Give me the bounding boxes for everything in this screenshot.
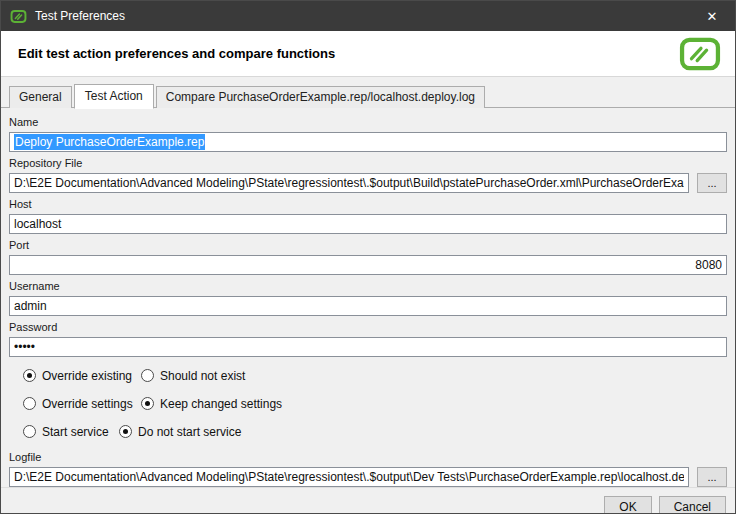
tab-compare[interactable]: Compare PurchaseOrderExample.rep/localho…	[156, 86, 485, 108]
dialog-footer: OK Cancel	[1, 487, 735, 514]
close-button[interactable]: ✕	[689, 1, 735, 31]
port-input[interactable]	[9, 255, 727, 275]
radio-do-not-start-service-label: Do not start service	[138, 425, 241, 439]
repository-file-browse-button[interactable]: ...	[697, 173, 727, 193]
logfile-input[interactable]	[9, 467, 689, 487]
port-group: Port	[9, 238, 727, 275]
port-label: Port	[9, 238, 727, 252]
window-title: Test Preferences	[35, 9, 125, 23]
radio-do-not-start-service[interactable]: Do not start service	[119, 425, 241, 439]
repository-file-input[interactable]	[9, 173, 689, 193]
ok-button[interactable]: OK	[604, 496, 651, 514]
test-action-panel: Name Deploy PurchaseOrderExample.rep Rep…	[1, 108, 735, 487]
logfile-label: Logfile	[9, 450, 727, 464]
name-group: Name Deploy PurchaseOrderExample.rep	[9, 115, 727, 152]
radio-override-existing[interactable]: Override existing	[23, 369, 141, 383]
tab-test-action[interactable]: Test Action	[74, 84, 154, 109]
username-group: Username	[9, 279, 727, 316]
logfile-group: Logfile ...	[9, 450, 727, 487]
radio-do-not-start-service-icon	[119, 425, 132, 438]
radio-should-not-exist-icon	[141, 369, 154, 382]
radio-should-not-exist-label: Should not exist	[160, 369, 245, 383]
tab-general[interactable]: General	[9, 86, 72, 108]
username-label: Username	[9, 279, 727, 293]
radio-should-not-exist[interactable]: Should not exist	[141, 369, 245, 383]
radio-start-service-icon	[23, 425, 36, 438]
radio-keep-changed-settings-label: Keep changed settings	[160, 397, 282, 411]
radio-start-service-label: Start service	[42, 425, 109, 439]
radio-override-settings-icon	[23, 397, 36, 410]
settings-radio-group: Override settings Keep changed settings	[9, 394, 727, 413]
logfile-browse-button[interactable]: ...	[697, 467, 727, 487]
repository-file-label: Repository File	[9, 156, 727, 170]
password-input[interactable]	[9, 337, 727, 357]
password-group: Password	[9, 320, 727, 357]
radio-start-service[interactable]: Start service	[23, 425, 119, 439]
host-label: Host	[9, 197, 727, 211]
app-logo-icon	[10, 8, 27, 25]
password-label: Password	[9, 320, 727, 334]
radio-override-existing-label: Override existing	[42, 369, 132, 383]
name-label: Name	[9, 115, 727, 129]
test-preferences-dialog: Test Preferences ✕ Edit test action pref…	[0, 0, 736, 514]
username-input[interactable]	[9, 296, 727, 316]
service-radio-group: Start service Do not start service	[9, 422, 727, 441]
exist-radio-group: Override existing Should not exist	[9, 366, 727, 385]
name-input-selected-text: Deploy PurchaseOrderExample.rep	[14, 134, 205, 150]
host-input[interactable]	[9, 214, 727, 234]
dialog-header: Edit test action preferences and compare…	[1, 31, 735, 77]
brand-logo-icon	[679, 37, 721, 71]
name-input[interactable]: Deploy PurchaseOrderExample.rep	[9, 132, 727, 152]
radio-override-settings[interactable]: Override settings	[23, 397, 141, 411]
radio-keep-changed-settings-icon	[141, 397, 154, 410]
dialog-subtitle: Edit test action preferences and compare…	[18, 46, 335, 61]
radio-override-settings-label: Override settings	[42, 397, 133, 411]
cancel-button[interactable]: Cancel	[659, 496, 726, 514]
repository-file-group: Repository File ...	[9, 156, 727, 193]
close-icon: ✕	[707, 9, 718, 24]
host-group: Host	[9, 197, 727, 234]
tab-bar: General Test Action Compare PurchaseOrde…	[1, 77, 735, 108]
title-bar[interactable]: Test Preferences ✕	[1, 1, 735, 31]
radio-keep-changed-settings[interactable]: Keep changed settings	[141, 397, 282, 411]
radio-override-existing-icon	[23, 369, 36, 382]
